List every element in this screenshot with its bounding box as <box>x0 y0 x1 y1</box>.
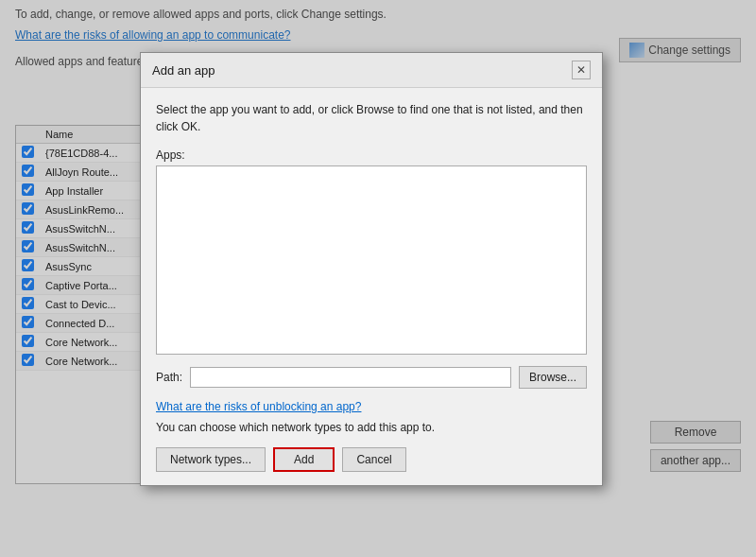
browse-button[interactable]: Browse... <box>519 366 587 389</box>
dialog-close-button[interactable]: ✕ <box>572 61 591 79</box>
path-input[interactable] <box>190 367 511 388</box>
dialog-body: Select the app you want to add, or click… <box>141 88 602 485</box>
apps-listbox[interactable] <box>156 165 587 355</box>
apps-label: Apps: <box>156 148 587 162</box>
cancel-button[interactable]: Cancel <box>342 447 405 472</box>
add-button[interactable]: Add <box>273 447 335 472</box>
add-app-dialog: Add an app ✕ Select the app you want to … <box>140 52 603 486</box>
path-row: Path: Browse... <box>156 366 587 389</box>
risk-link-dialog[interactable]: What are the risks of unblocking an app? <box>156 400 587 413</box>
dialog-title: Add an app <box>152 63 215 78</box>
dialog-description: Select the app you want to add, or click… <box>156 101 587 135</box>
path-label: Path: <box>156 371 182 384</box>
network-text: You can choose which network types to ad… <box>156 421 587 434</box>
dialog-titlebar: Add an app ✕ <box>141 53 602 88</box>
network-types-button[interactable]: Network types... <box>156 447 266 472</box>
dialog-footer: Network types... Add Cancel <box>156 447 587 472</box>
